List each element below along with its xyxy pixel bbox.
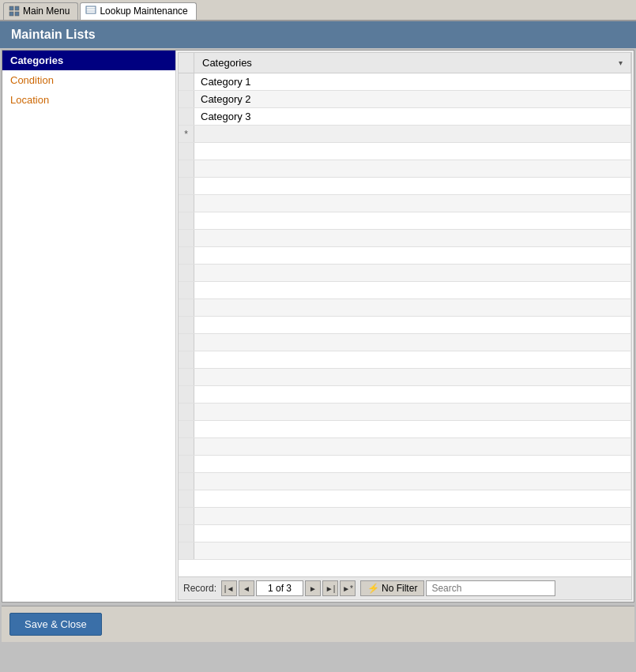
- chevron-down-icon: ▾: [619, 58, 623, 67]
- new-row-cell[interactable]: [194, 126, 631, 142]
- new-row-marker: *: [179, 126, 194, 142]
- page-title: Maintain Lists: [0, 21, 636, 48]
- empty-row: [179, 386, 631, 404]
- table-row[interactable]: Category 1: [179, 73, 631, 91]
- grid-cell-1[interactable]: Category 1: [194, 73, 631, 90]
- no-filter-button[interactable]: ⚡ No Filter: [360, 580, 424, 596]
- grid-cell-2[interactable]: Category 2: [194, 91, 631, 107]
- grid-header-marker: [179, 53, 194, 73]
- empty-row: [179, 195, 631, 212]
- empty-row: [179, 490, 631, 508]
- lookup-maintenance-tab-icon: [85, 6, 96, 17]
- grid-header: Categories ▾: [179, 53, 631, 73]
- right-panel: Categories ▾ Category 1 Category 2 Categ…: [176, 51, 634, 602]
- tab-main-menu-label: Main Menu: [23, 6, 70, 17]
- nav-new-button[interactable]: ►*: [340, 580, 356, 596]
- record-info: 1 of 3: [256, 580, 303, 596]
- empty-row: [179, 369, 631, 386]
- nav-bar: Record: |◄ ◄ 1 of 3 ► ►| ►* ⚡ No Filter: [179, 576, 631, 599]
- empty-row: [179, 282, 631, 299]
- row-marker-2: [179, 91, 194, 107]
- main-content: Categories Condition Location Categories…: [2, 50, 634, 603]
- tab-main-menu[interactable]: Main Menu: [3, 2, 78, 20]
- empty-row: [179, 178, 631, 195]
- bottom-bar: Save & Close: [2, 606, 634, 642]
- empty-row: [179, 247, 631, 265]
- empty-row: [179, 143, 631, 160]
- sidebar: Categories Condition Location: [2, 51, 176, 602]
- row-marker-1: [179, 73, 194, 90]
- empty-row: [179, 456, 631, 473]
- svg-rect-3: [15, 12, 19, 16]
- empty-row: [179, 334, 631, 351]
- tab-bar: Main Menu Lookup Maintenance: [0, 0, 636, 21]
- empty-row: [179, 351, 631, 369]
- sidebar-item-categories[interactable]: Categories: [2, 51, 175, 70]
- empty-row: [179, 421, 631, 438]
- table-row[interactable]: Category 3: [179, 108, 631, 126]
- empty-row: [179, 508, 631, 525]
- empty-row: [179, 542, 631, 560]
- grid-body: Category 1 Category 2 Category 3 *: [179, 73, 631, 576]
- save-close-button[interactable]: Save & Close: [9, 613, 102, 636]
- tab-lookup-maintenance-label: Lookup Maintenance: [100, 6, 187, 17]
- sidebar-item-location[interactable]: Location: [2, 90, 175, 110]
- empty-row: [179, 473, 631, 490]
- empty-row: [179, 525, 631, 542]
- new-row[interactable]: *: [179, 126, 631, 143]
- funnel-icon: ⚡: [367, 583, 379, 594]
- table-row[interactable]: Category 2: [179, 91, 631, 108]
- empty-row: [179, 160, 631, 178]
- svg-rect-2: [9, 12, 13, 16]
- grid-column-header: Categories ▾: [194, 53, 631, 73]
- nav-first-button[interactable]: |◄: [221, 580, 237, 596]
- data-grid: Categories ▾ Category 1 Category 2 Categ…: [178, 52, 632, 600]
- svg-rect-0: [9, 6, 13, 10]
- empty-row: [179, 438, 631, 456]
- empty-row: [179, 317, 631, 334]
- empty-row: [179, 230, 631, 247]
- svg-rect-4: [86, 6, 96, 13]
- tab-lookup-maintenance[interactable]: Lookup Maintenance: [80, 2, 196, 20]
- empty-row: [179, 404, 631, 421]
- grid-cell-3[interactable]: Category 3: [194, 108, 631, 125]
- nav-prev-button[interactable]: ◄: [239, 580, 254, 596]
- empty-row: [179, 299, 631, 317]
- search-input[interactable]: [426, 580, 555, 596]
- empty-row: [179, 212, 631, 230]
- row-marker-3: [179, 108, 194, 125]
- sidebar-item-condition[interactable]: Condition: [2, 70, 175, 90]
- nav-last-button[interactable]: ►|: [322, 580, 338, 596]
- svg-rect-1: [15, 6, 19, 10]
- nav-next-button[interactable]: ►: [305, 580, 321, 596]
- record-label: Record:: [183, 583, 216, 594]
- empty-row: [179, 265, 631, 282]
- no-filter-label: No Filter: [382, 583, 417, 594]
- main-menu-tab-icon: [9, 6, 20, 17]
